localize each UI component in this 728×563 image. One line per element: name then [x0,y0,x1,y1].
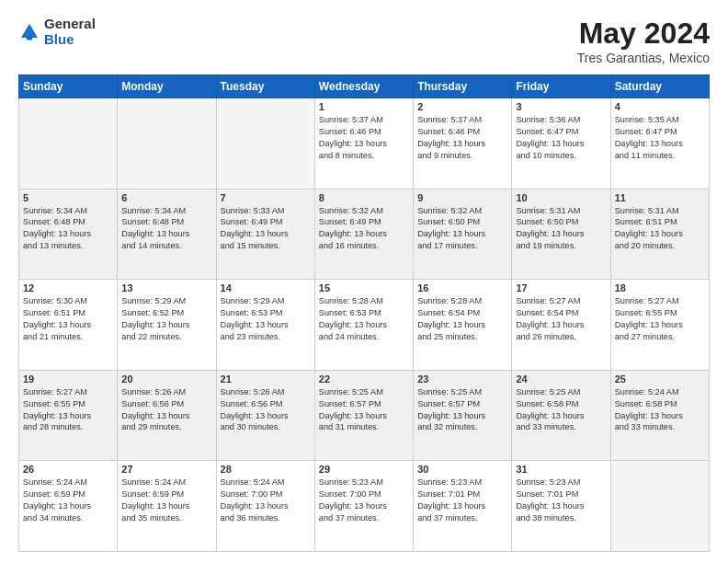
day-number: 10 [516,192,606,203]
calendar-day-header: Saturday [610,75,709,98]
day-number: 20 [121,373,211,385]
calendar-day-header: Sunday [19,75,118,98]
calendar-cell: 2Sunrise: 5:37 AM Sunset: 6:46 PM Daylig… [414,98,512,190]
day-info: Sunrise: 5:28 AM Sunset: 6:54 PM Dayligh… [417,295,507,343]
calendar-cell: 10Sunrise: 5:31 AM Sunset: 6:50 PM Dayli… [512,189,610,280]
calendar-day-header: Thursday [414,75,512,98]
day-number: 2 [417,101,507,112]
day-number: 12 [23,282,113,293]
day-info: Sunrise: 5:34 AM Sunset: 6:48 PM Dayligh… [121,205,211,253]
calendar-cell: 16Sunrise: 5:28 AM Sunset: 6:54 PM Dayli… [414,280,512,371]
logo-text: General Blue [44,17,96,47]
calendar-cell: 14Sunrise: 5:29 AM Sunset: 6:53 PM Dayli… [216,280,314,371]
day-number: 13 [121,282,211,293]
logo-general: General [44,17,96,32]
calendar-cell: 13Sunrise: 5:29 AM Sunset: 6:52 PM Dayli… [118,280,216,371]
day-info: Sunrise: 5:27 AM Sunset: 6:55 PM Dayligh… [23,386,113,434]
title-month: May 2024 [577,17,710,51]
header: General Blue May 2024 Tres Garantias, Me… [18,17,710,65]
calendar-cell: 25Sunrise: 5:24 AM Sunset: 6:58 PM Dayli… [610,370,709,461]
day-number: 25 [615,373,705,385]
calendar-cell: 24Sunrise: 5:25 AM Sunset: 6:58 PM Dayli… [512,370,610,461]
calendar-table: SundayMondayTuesdayWednesdayThursdayFrid… [18,75,710,552]
day-info: Sunrise: 5:26 AM Sunset: 6:56 PM Dayligh… [221,386,311,434]
calendar-day-header: Monday [118,75,216,98]
calendar-cell: 1Sunrise: 5:37 AM Sunset: 6:46 PM Daylig… [314,98,413,190]
day-number: 28 [221,464,311,475]
calendar-cell: 15Sunrise: 5:28 AM Sunset: 6:53 PM Dayli… [314,280,413,371]
calendar-cell [118,98,216,190]
calendar-cell: 30Sunrise: 5:23 AM Sunset: 7:01 PM Dayli… [414,461,512,552]
calendar-cell: 22Sunrise: 5:25 AM Sunset: 6:57 PM Dayli… [314,370,413,461]
day-info: Sunrise: 5:29 AM Sunset: 6:52 PM Dayligh… [121,295,211,343]
calendar-cell: 21Sunrise: 5:26 AM Sunset: 6:56 PM Dayli… [216,370,314,461]
day-info: Sunrise: 5:31 AM Sunset: 6:51 PM Dayligh… [615,205,705,253]
day-info: Sunrise: 5:24 AM Sunset: 6:58 PM Dayligh… [615,386,705,434]
calendar-day-header: Tuesday [216,75,314,98]
calendar-cell: 31Sunrise: 5:23 AM Sunset: 7:01 PM Dayli… [512,461,610,552]
calendar-cell: 17Sunrise: 5:27 AM Sunset: 6:54 PM Dayli… [512,280,610,371]
calendar-cell [610,461,709,552]
day-info: Sunrise: 5:25 AM Sunset: 6:57 PM Dayligh… [417,386,507,434]
calendar-day-header: Friday [512,75,610,98]
calendar-cell: 9Sunrise: 5:32 AM Sunset: 6:50 PM Daylig… [414,189,512,280]
day-info: Sunrise: 5:28 AM Sunset: 6:53 PM Dayligh… [319,295,409,343]
calendar-week-row: 19Sunrise: 5:27 AM Sunset: 6:55 PM Dayli… [19,370,710,461]
calendar-cell [216,98,314,190]
day-info: Sunrise: 5:27 AM Sunset: 6:54 PM Dayligh… [516,295,606,343]
day-number: 4 [615,101,705,112]
calendar-cell: 28Sunrise: 5:24 AM Sunset: 7:00 PM Dayli… [216,461,314,552]
day-number: 17 [516,282,606,293]
day-info: Sunrise: 5:25 AM Sunset: 6:58 PM Dayligh… [516,386,606,434]
calendar-cell: 3Sunrise: 5:36 AM Sunset: 6:47 PM Daylig… [512,98,610,190]
day-number: 15 [319,282,409,293]
day-number: 22 [319,373,409,385]
day-info: Sunrise: 5:25 AM Sunset: 6:57 PM Dayligh… [319,386,409,434]
day-info: Sunrise: 5:23 AM Sunset: 7:01 PM Dayligh… [417,477,507,524]
day-number: 14 [221,282,311,293]
calendar-cell: 4Sunrise: 5:35 AM Sunset: 6:47 PM Daylig… [610,98,709,190]
svg-rect-2 [27,36,32,40]
calendar-cell: 11Sunrise: 5:31 AM Sunset: 6:51 PM Dayli… [610,189,709,280]
calendar-day-header: Wednesday [314,75,413,98]
day-number: 1 [319,101,409,112]
day-number: 5 [23,192,113,203]
calendar-cell: 7Sunrise: 5:33 AM Sunset: 6:49 PM Daylig… [216,189,314,280]
day-number: 19 [23,373,113,385]
day-number: 11 [615,192,705,203]
day-number: 23 [417,373,507,385]
day-info: Sunrise: 5:23 AM Sunset: 7:00 PM Dayligh… [319,477,409,524]
calendar-cell: 29Sunrise: 5:23 AM Sunset: 7:00 PM Dayli… [314,461,413,552]
title-location: Tres Garantias, Mexico [577,51,710,65]
calendar-cell: 5Sunrise: 5:34 AM Sunset: 6:48 PM Daylig… [19,189,118,280]
day-info: Sunrise: 5:32 AM Sunset: 6:50 PM Dayligh… [417,205,507,253]
calendar-cell: 23Sunrise: 5:25 AM Sunset: 6:57 PM Dayli… [414,370,512,461]
calendar-cell: 26Sunrise: 5:24 AM Sunset: 6:59 PM Dayli… [19,461,118,552]
day-info: Sunrise: 5:23 AM Sunset: 7:01 PM Dayligh… [516,477,606,524]
day-info: Sunrise: 5:35 AM Sunset: 6:47 PM Dayligh… [615,114,705,162]
day-info: Sunrise: 5:24 AM Sunset: 7:00 PM Dayligh… [221,477,311,524]
calendar-cell: 20Sunrise: 5:26 AM Sunset: 6:56 PM Dayli… [118,370,216,461]
day-info: Sunrise: 5:31 AM Sunset: 6:50 PM Dayligh… [516,205,606,253]
day-number: 16 [417,282,507,293]
calendar-cell: 8Sunrise: 5:32 AM Sunset: 6:49 PM Daylig… [314,189,413,280]
calendar-cell [19,98,118,190]
calendar-week-row: 26Sunrise: 5:24 AM Sunset: 6:59 PM Dayli… [19,461,710,552]
calendar-cell: 12Sunrise: 5:30 AM Sunset: 6:51 PM Dayli… [19,280,118,371]
day-info: Sunrise: 5:33 AM Sunset: 6:49 PM Dayligh… [221,205,311,253]
calendar-week-row: 12Sunrise: 5:30 AM Sunset: 6:51 PM Dayli… [19,280,710,371]
day-number: 8 [319,192,409,203]
logo-icon [18,21,40,43]
day-info: Sunrise: 5:32 AM Sunset: 6:49 PM Dayligh… [319,205,409,253]
day-info: Sunrise: 5:34 AM Sunset: 6:48 PM Dayligh… [23,205,113,253]
calendar-week-row: 1Sunrise: 5:37 AM Sunset: 6:46 PM Daylig… [19,98,710,190]
day-number: 24 [516,373,606,385]
day-info: Sunrise: 5:37 AM Sunset: 6:46 PM Dayligh… [319,114,409,162]
day-number: 31 [516,464,606,475]
day-number: 30 [417,464,507,475]
title-section: May 2024 Tres Garantias, Mexico [577,17,710,65]
day-info: Sunrise: 5:30 AM Sunset: 6:51 PM Dayligh… [23,295,113,343]
day-info: Sunrise: 5:36 AM Sunset: 6:47 PM Dayligh… [516,114,606,162]
calendar-week-row: 5Sunrise: 5:34 AM Sunset: 6:48 PM Daylig… [19,189,710,280]
day-number: 18 [615,282,705,293]
